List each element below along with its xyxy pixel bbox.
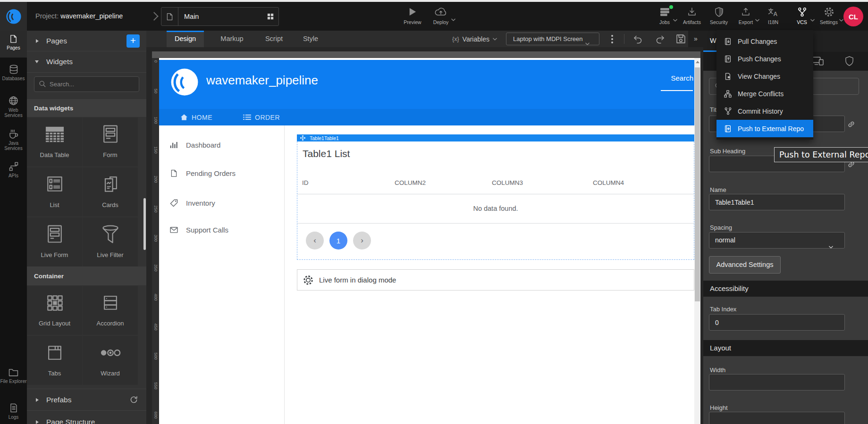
widget-selection-label: Table1Table1 (310, 135, 339, 141)
table-column-header[interactable]: COLUMN4 (593, 179, 624, 186)
pull-changes-icon (724, 38, 732, 45)
tab-style[interactable]: Style (297, 31, 324, 47)
refresh-icon[interactable] (130, 396, 138, 404)
prefabs-section-header[interactable]: Prefabs (27, 389, 146, 411)
app-page-canvas[interactable]: wavemaker_pipeline Search HOME ORDER (159, 58, 694, 424)
kebab-icon[interactable] (611, 35, 613, 43)
widget-tile-tabs[interactable]: Tabs (27, 336, 82, 385)
rail-item-pages[interactable]: Pages (0, 31, 27, 58)
menu-item-view-changes[interactable]: View Changes (716, 67, 813, 85)
menu-item-commit-history[interactable]: Commit History (716, 102, 813, 120)
canvas-body: 0 50 100 150 200 250 300 350 400 450 500… (146, 47, 703, 424)
canvas-scrollbar[interactable] (694, 58, 700, 424)
accessibility-section-header[interactable]: Accessibility (703, 281, 868, 297)
vcs-button[interactable]: VCS (788, 6, 816, 25)
pagination-page-1-button[interactable]: 1 (329, 232, 347, 249)
table1-widget-selected[interactable]: Table1Table1 Table1 List ID COLUMN2 COLU… (297, 134, 694, 260)
rail-item-file-explorer[interactable]: File Explorer (0, 368, 27, 384)
preview-button[interactable]: Preview (398, 6, 427, 25)
pagination-next-button[interactable]: › (353, 232, 371, 249)
nav-item-home[interactable]: HOME (180, 114, 212, 121)
width-field[interactable] (709, 374, 845, 391)
advanced-settings-button[interactable]: Advanced Settings (709, 256, 781, 274)
menu-item-push-to-external-repo[interactable]: Push to External Repo (716, 120, 813, 137)
tab-index-field[interactable] (709, 314, 845, 331)
app-title: wavemaker_pipeline (206, 73, 318, 88)
ruler-mark: 100 (153, 117, 158, 124)
scroll-up-icon[interactable] (696, 61, 699, 63)
sidenav-item-dashboard[interactable]: Dashboard (159, 139, 285, 150)
undo-icon[interactable] (632, 34, 643, 44)
page-structure-section-header[interactable]: Page Structure (27, 411, 146, 424)
left-panel-scrollbar[interactable] (143, 198, 146, 250)
tab-design[interactable]: Design (167, 31, 204, 47)
pages-section-header[interactable]: Pages + (27, 31, 146, 51)
widget-tile-live-filter[interactable]: Live Filter (83, 217, 138, 266)
table-column-header[interactable]: COLUMN2 (395, 179, 426, 186)
menu-item-merge-conflicts[interactable]: Merge Conflicts (716, 85, 813, 102)
nav-item-order[interactable]: ORDER (243, 114, 280, 121)
widget-tile-accordion[interactable]: Accordion (83, 286, 138, 335)
deploy-button[interactable]: Deploy (427, 6, 455, 25)
table-column-header[interactable]: COLUMN3 (492, 179, 523, 186)
security-button[interactable]: Security (705, 6, 733, 25)
table-column-header[interactable]: ID (302, 179, 309, 186)
height-field[interactable] (709, 412, 845, 424)
widget-tile-data-table[interactable]: Data Table (27, 117, 82, 166)
widget-tile-grid-layout[interactable]: Grid Layout (27, 286, 82, 335)
i18n-button[interactable]: A I18N (759, 6, 787, 25)
widget-search-input[interactable] (34, 76, 139, 92)
widgets-section-header[interactable]: Widgets (27, 51, 146, 73)
grid-icon[interactable] (267, 13, 278, 20)
link-icon[interactable] (847, 120, 855, 128)
widget-tile-wizard[interactable]: Wizard (83, 336, 138, 385)
sidenav-item-inventory[interactable]: Inventory (159, 197, 285, 208)
sub-heading-label: Sub Heading (710, 148, 745, 155)
scrollbar-thumb[interactable] (695, 67, 700, 301)
rail-item-logs[interactable]: Logs (0, 403, 27, 420)
artifacts-label: Artifacts (678, 19, 706, 25)
tab-widget[interactable]: W (710, 37, 716, 44)
export-button[interactable]: Export (732, 6, 760, 25)
app-search-link[interactable]: Search (650, 74, 693, 82)
settings-button[interactable]: Settings (815, 6, 843, 25)
open-page-tab[interactable]: Main (161, 7, 279, 26)
variables-button[interactable]: {x} Variables (452, 31, 497, 47)
add-page-button[interactable]: + (126, 34, 140, 48)
device-selector[interactable]: Laptop with MDPI Screen (506, 33, 599, 45)
artifacts-button[interactable]: Artifacts (678, 6, 706, 25)
rail-item-web-services[interactable]: Web Services (0, 96, 27, 118)
rail-item-java-services[interactable]: Java Services (0, 129, 27, 151)
app-side-nav: Dashboard Pending Orders Inventory Suppo… (159, 125, 285, 424)
live-form-dialog-widget[interactable]: Live form in dialog mode (297, 269, 694, 291)
devices-icon[interactable] (812, 57, 824, 66)
rail-item-apis[interactable]: APIs (0, 162, 27, 178)
widget-tile-list[interactable]: List (27, 167, 82, 216)
menu-item-push-changes[interactable]: Push Changes (716, 50, 813, 67)
shield-icon[interactable] (845, 56, 854, 66)
sidenav-item-support-calls[interactable]: Support Calls (159, 224, 285, 235)
name-field[interactable] (709, 194, 845, 210)
save-icon[interactable] (676, 34, 686, 44)
widget-tile-form[interactable]: Form (83, 117, 138, 166)
widget-tile-label: List (27, 201, 82, 208)
widget-selection-bar[interactable]: Table1Table1 (297, 134, 694, 141)
expand-panel-button[interactable]: » (688, 31, 703, 47)
pagination-prev-button[interactable]: ‹ (306, 232, 324, 249)
rail-item-databases[interactable]: Databases (0, 65, 27, 81)
user-avatar[interactable]: CL (843, 7, 863, 26)
jobs-button[interactable]: Jobs (650, 6, 679, 25)
search-icon (39, 80, 46, 87)
layout-section-header[interactable]: Layout (703, 340, 868, 356)
tab-markup[interactable]: Markup (213, 31, 251, 47)
page-icon (161, 8, 178, 25)
spacing-select[interactable]: normal (709, 232, 845, 249)
sidenav-item-pending-orders[interactable]: Pending Orders (159, 167, 285, 179)
widget-tile-live-form[interactable]: Live Form (27, 217, 82, 266)
menu-item-pull-changes[interactable]: Pull Changes (716, 33, 813, 50)
wavemaker-logo-button[interactable] (0, 2, 27, 31)
app-header[interactable]: wavemaker_pipeline Search (159, 60, 694, 109)
tab-script[interactable]: Script (260, 31, 288, 47)
widget-tile-cards[interactable]: Cards (83, 167, 138, 216)
redo-icon[interactable] (655, 34, 666, 44)
